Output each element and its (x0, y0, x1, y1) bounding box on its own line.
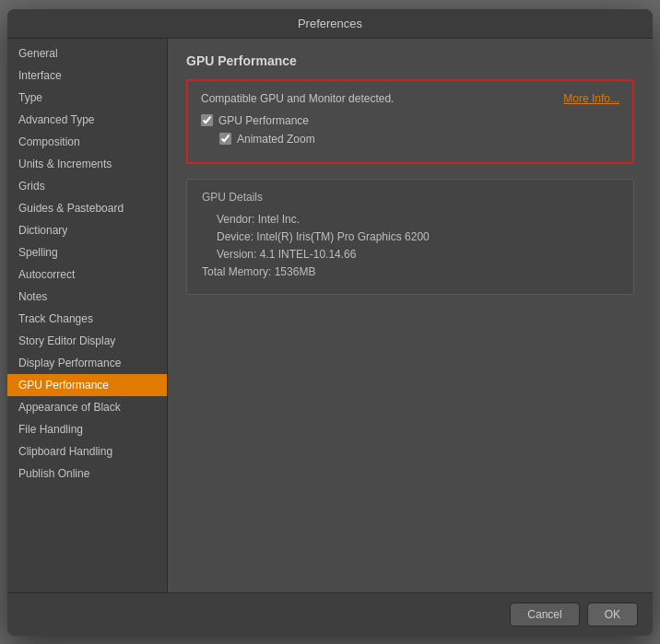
animated-zoom-label: Animated Zoom (237, 133, 315, 146)
gpu-performance-box: Compatible GPU and Monitor detected. Mor… (186, 79, 634, 164)
sidebar-item-grids[interactable]: Grids (7, 175, 167, 197)
sidebar-item-gpu-performance[interactable]: GPU Performance (7, 374, 167, 396)
dialog-footer: Cancel OK (7, 592, 653, 636)
ok-button[interactable]: OK (587, 603, 638, 626)
title-bar: Preferences (7, 9, 653, 39)
sidebar-item-display-performance[interactable]: Display Performance (7, 352, 167, 374)
animated-zoom-checkbox-row: Animated Zoom (219, 133, 619, 146)
main-content: GPU Performance Compatible GPU and Monit… (168, 39, 653, 592)
sidebar-item-type[interactable]: Type (7, 87, 167, 109)
dialog-body: GeneralInterfaceTypeAdvanced TypeComposi… (7, 39, 653, 592)
sidebar-item-notes[interactable]: Notes (7, 286, 167, 308)
sidebar-item-general[interactable]: General (7, 42, 167, 64)
animated-zoom-checkbox[interactable] (219, 133, 231, 145)
device-row: Device: Intel(R) Iris(TM) Pro Graphics 6… (202, 230, 619, 243)
gpu-details-box: GPU Details Vendor: Intel Inc. Device: I… (186, 179, 634, 295)
vendor-row: Vendor: Intel Inc. (202, 213, 619, 226)
compat-row: Compatible GPU and Monitor detected. Mor… (201, 92, 619, 105)
sidebar-item-guides-pasteboard[interactable]: Guides & Pasteboard (7, 197, 167, 219)
sidebar-item-autocorrect[interactable]: Autocorrect (7, 263, 167, 286)
version-row: Version: 4.1 INTEL-10.14.66 (202, 248, 619, 261)
compat-text: Compatible GPU and Monitor detected. (201, 92, 394, 105)
gpu-details-title: GPU Details (202, 191, 619, 204)
sidebar-item-publish-online[interactable]: Publish Online (7, 463, 167, 485)
gpu-performance-checkbox[interactable] (201, 114, 213, 126)
preferences-dialog: Preferences GeneralInterfaceTypeAdvanced… (7, 9, 653, 636)
sidebar-item-dictionary[interactable]: Dictionary (7, 219, 167, 241)
more-info-link[interactable]: More Info... (563, 92, 619, 105)
memory-row: Total Memory: 1536MB (202, 265, 619, 278)
sidebar-item-advanced-type[interactable]: Advanced Type (7, 109, 167, 131)
gpu-performance-label: GPU Performance (218, 114, 309, 127)
sidebar-item-spelling[interactable]: Spelling (7, 241, 167, 263)
cancel-button[interactable]: Cancel (510, 603, 579, 626)
sidebar-item-units-increments[interactable]: Units & Increments (7, 153, 167, 175)
sidebar-item-appearance-of-black[interactable]: Appearance of Black (7, 396, 167, 418)
sidebar-item-file-handling[interactable]: File Handling (7, 418, 167, 440)
sidebar-item-clipboard-handling[interactable]: Clipboard Handling (7, 440, 167, 463)
dialog-title: Preferences (298, 17, 362, 30)
section-title: GPU Performance (186, 53, 634, 68)
sidebar: GeneralInterfaceTypeAdvanced TypeComposi… (7, 39, 168, 592)
sidebar-item-track-changes[interactable]: Track Changes (7, 308, 167, 330)
sidebar-item-interface[interactable]: Interface (7, 64, 167, 87)
sidebar-item-story-editor-display[interactable]: Story Editor Display (7, 330, 167, 352)
gpu-perf-checkbox-row: GPU Performance (201, 114, 619, 127)
sidebar-item-composition[interactable]: Composition (7, 131, 167, 153)
